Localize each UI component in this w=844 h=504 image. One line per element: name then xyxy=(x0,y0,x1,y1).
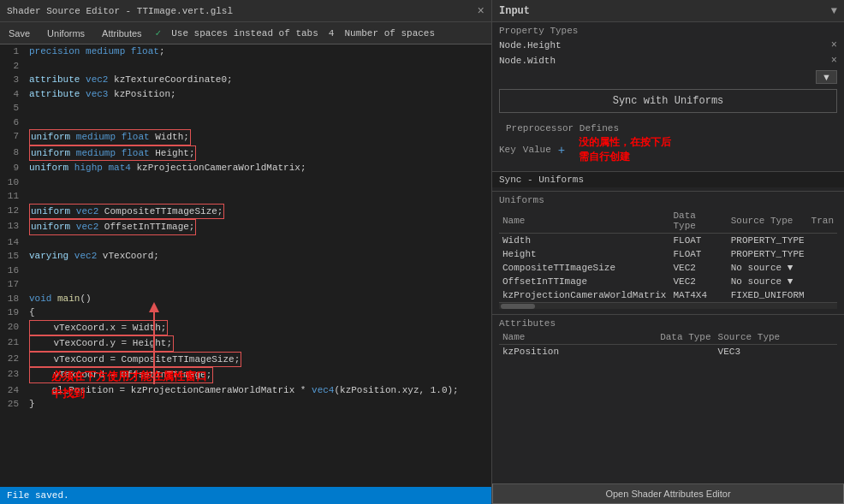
uniform-source-type: FIXED_UNIFORM xyxy=(728,288,808,302)
title-bar: Shader Source Editor - TTImage.vert.glsl… xyxy=(0,0,491,22)
num-spaces-label: Number of spaces xyxy=(344,28,435,39)
uniforms-scrollbar[interactable] xyxy=(499,302,837,309)
col-source-type: Source Type xyxy=(728,209,808,234)
attr-name: kzPosition xyxy=(499,345,612,359)
status-text: File saved. xyxy=(7,490,69,501)
property-type-node-height: Node.Height × xyxy=(492,38,844,53)
table-row: 5 xyxy=(0,101,491,116)
property-type-remove-icon[interactable]: × xyxy=(831,39,837,51)
table-row: kzProjectionCameraWorldMatrix MAT4X4 FIX… xyxy=(499,288,837,302)
col-tran: Tran xyxy=(808,209,837,234)
spaces-option: Use spaces instead of tabs xyxy=(171,28,318,39)
open-attrs-button[interactable]: Open Shader Attributes Editor xyxy=(492,483,844,504)
code-area[interactable]: 1 precision mediump float; 2 3 attribute… xyxy=(0,44,491,412)
table-row: 20 vTexCoord.x = Width; xyxy=(0,320,491,336)
status-bar: File saved. xyxy=(0,487,491,504)
table-row: 9 uniform highp mat4 kzProjectionCameraW… xyxy=(0,161,491,175)
attributes-button[interactable]: Attributes xyxy=(98,27,145,40)
table-row: 11 xyxy=(0,189,491,204)
title-bar-title: Shader Source Editor - TTImage.vert.glsl xyxy=(7,6,233,16)
preprocessor-label: Preprocessor Defines xyxy=(499,120,837,135)
table-row: 21 vTexCoord.y = Height; xyxy=(0,335,491,352)
attr-data-type xyxy=(612,345,715,359)
property-type-name: Node.Height xyxy=(499,40,562,50)
uniform-source-type: PROPERTY_TYPE xyxy=(728,247,808,261)
uniform-data-type: FLOAT xyxy=(669,247,727,261)
preproc-key-col: Key xyxy=(499,145,516,155)
preproc-value-col: Value xyxy=(523,145,551,155)
table-row: 10 xyxy=(0,175,491,190)
table-row: 17 xyxy=(0,277,491,292)
table-row: 6 xyxy=(0,116,491,130)
right-panel-header: Input ▼ xyxy=(492,0,844,22)
right-content: Property Types Node.Height × Node.Width … xyxy=(492,22,844,483)
save-button[interactable]: Save xyxy=(5,27,33,40)
table-row: 8 uniform mediump float Height; xyxy=(0,145,491,162)
preprocessor-row: Key Value + 没的属性，在按下后需自行创建 xyxy=(499,135,837,164)
property-type-name: Node.Width xyxy=(499,56,556,66)
toolbar: Save Uniforms Attributes ✓ Use spaces in… xyxy=(0,22,491,44)
close-icon[interactable]: × xyxy=(478,4,484,18)
table-row: 19 { xyxy=(0,305,491,320)
uniform-name: CompositeTTImageSize xyxy=(499,261,669,275)
table-row: 2 xyxy=(0,59,491,74)
uniform-name: Height xyxy=(499,247,669,261)
uniform-source-type-nosource[interactable]: No source ▼ xyxy=(728,261,808,275)
attr-source-type: VEC3 xyxy=(715,345,837,359)
num-spaces-value: 4 xyxy=(329,28,335,39)
table-row: 4 attribute vec3 kzPosition; xyxy=(0,87,491,102)
uniform-data-type: VEC2 xyxy=(669,275,727,288)
attributes-header: Attributes xyxy=(499,318,837,329)
attr-col-name: Name xyxy=(499,330,612,345)
uniforms-button[interactable]: Uniforms xyxy=(44,27,88,40)
table-row: 12 uniform vec2 CompositeTTImageSize; xyxy=(0,204,491,220)
preprocessor-section: Preprocessor Defines Key Value + 没的属性，在按… xyxy=(492,116,844,168)
checkmark-icon: ✓ xyxy=(156,27,162,39)
uniform-tran xyxy=(808,247,837,261)
property-type-node-width: Node.Width × xyxy=(492,53,844,68)
table-row: 1 precision mediump float; xyxy=(0,44,491,59)
attr-col-data-type: Data Type xyxy=(612,330,715,345)
uniform-tran xyxy=(808,261,837,275)
property-types-label: Property Types xyxy=(492,22,844,38)
uniforms-table: Name Data Type Source Type Tran Width FL… xyxy=(499,209,837,302)
table-row: 13 uniform vec2 OffsetInTTImage; xyxy=(0,219,491,235)
table-row: 16 xyxy=(0,264,491,278)
attributes-section: Attributes Name Data Type Source Type kz… xyxy=(492,314,844,362)
col-name: Name xyxy=(499,209,669,234)
table-row: 22 vTexCoord = CompositeTTImageSize; xyxy=(0,352,491,368)
property-type-dropdown-row: ▼ xyxy=(492,68,844,86)
table-row: 18 void main() xyxy=(0,292,491,306)
scrollbar-thumb xyxy=(501,304,535,309)
collapse-icon[interactable]: ▼ xyxy=(831,5,837,17)
attr-col-source-type: Source Type xyxy=(715,330,837,345)
uniform-data-type: VEC2 xyxy=(669,261,727,275)
sync-uniforms-bar: Sync - Uniforms xyxy=(492,171,844,187)
uniform-data-type: FLOAT xyxy=(669,234,727,248)
table-row: 3 attribute vec2 kzTextureCoordinate0; xyxy=(0,73,491,87)
uniforms-header: Uniforms xyxy=(499,195,837,205)
attributes-table: Name Data Type Source Type kzPosition VE… xyxy=(499,330,837,359)
uniform-source-type-nosource[interactable]: No source ▼ xyxy=(728,275,808,288)
table-row: 7 uniform mediump float Width; xyxy=(0,129,491,145)
table-row: Height FLOAT PROPERTY_TYPE xyxy=(499,247,837,261)
preproc-add-icon[interactable]: + xyxy=(558,144,565,157)
uniform-data-type: MAT4X4 xyxy=(669,288,727,302)
table-row: Width FLOAT PROPERTY_TYPE xyxy=(499,234,837,248)
uniform-source-type: PROPERTY_TYPE xyxy=(728,234,808,248)
table-row: 15 varying vec2 vTexCoord; xyxy=(0,249,491,264)
col-data-type: Data Type xyxy=(669,209,727,234)
uniforms-scroll[interactable]: Name Data Type Source Type Tran Width FL… xyxy=(499,209,837,302)
sync-button[interactable]: Sync with Uniforms xyxy=(499,89,837,113)
property-type-dropdown[interactable]: ▼ xyxy=(816,70,837,84)
uniform-tran xyxy=(808,234,837,248)
uniform-name: Width xyxy=(499,234,669,248)
uniform-tran xyxy=(808,288,837,302)
property-type-remove-icon[interactable]: × xyxy=(831,55,837,67)
sync-uniforms-label: Sync - Uniforms xyxy=(499,175,584,185)
annotation-bottom: 必须在下方使用才能在属性窗口中找到 xyxy=(51,368,207,401)
table-row: kzPosition VEC3 xyxy=(499,345,837,359)
table-row: OffsetInTTImage VEC2 No source ▼ xyxy=(499,275,837,288)
table-row: 14 xyxy=(0,235,491,250)
uniform-name: OffsetInTTImage xyxy=(499,275,669,288)
